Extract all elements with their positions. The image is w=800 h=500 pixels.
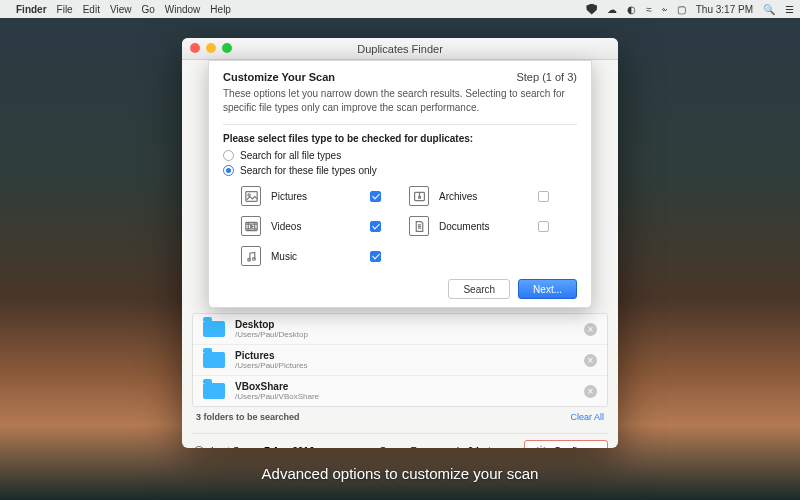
folder-count: 3 folders to be searched <box>196 412 300 422</box>
checkbox[interactable] <box>538 191 549 202</box>
menu-file[interactable]: File <box>57 4 73 15</box>
filetype-music[interactable]: Music <box>241 246 381 266</box>
wifi-icon: ⧜ <box>662 4 667 15</box>
app-window: Duplicates Finder Customize Your Scan St… <box>182 38 618 448</box>
close-icon[interactable] <box>190 43 200 53</box>
step-indicator: Step (1 of 3) <box>516 71 577 83</box>
notification-icon[interactable]: ☰ <box>785 4 794 15</box>
filetype-documents[interactable]: Documents <box>409 216 549 236</box>
folder-icon <box>203 383 225 399</box>
menubar-app[interactable]: Finder <box>16 4 47 15</box>
folder-icon <box>203 352 225 368</box>
checkbox[interactable] <box>370 221 381 232</box>
disk-icon <box>360 445 373 449</box>
svg-point-4 <box>252 257 255 260</box>
folder-path: /Users/Paul/Desktop <box>235 330 308 339</box>
filetype-archives[interactable]: Archives <box>409 186 549 206</box>
configure-button[interactable]: Configure <box>524 440 608 448</box>
next-button[interactable]: Next... <box>518 279 577 299</box>
battery-icon: ▢ <box>677 4 686 15</box>
traffic-lights <box>190 43 232 53</box>
search-button[interactable]: Search <box>448 279 510 299</box>
zoom-icon[interactable] <box>222 43 232 53</box>
filetype-label: Documents <box>439 221 499 232</box>
archives-icon <box>409 186 429 206</box>
menu-window[interactable]: Window <box>165 4 201 15</box>
filetype-prompt: Please select files type to be checked f… <box>223 133 577 144</box>
filetype-label: Music <box>271 251 331 262</box>
window-titlebar[interactable]: Duplicates Finder <box>182 38 618 60</box>
radio-icon <box>223 150 234 161</box>
clock-icon <box>192 445 205 449</box>
documents-icon <box>409 216 429 236</box>
folder-row[interactable]: Desktop /Users/Paul/Desktop × <box>193 314 607 344</box>
folder-path: /Users/Paul/Pictures <box>235 361 307 370</box>
folder-row[interactable]: VBoxShare /Users/Paul/VBoxShare × <box>193 375 607 406</box>
last-scan-label: Last Scan: <box>211 446 258 449</box>
menu-edit[interactable]: Edit <box>83 4 100 15</box>
remove-icon[interactable]: × <box>584 323 597 336</box>
menu-extra-icon: ◐ <box>627 4 636 15</box>
remove-icon[interactable]: × <box>584 354 597 367</box>
menu-view[interactable]: View <box>110 4 132 15</box>
folder-name: Desktop <box>235 319 308 330</box>
macos-menubar: Finder File Edit View Go Window Help ☁ ◐… <box>0 0 800 18</box>
folder-path: /Users/Paul/VBoxShare <box>235 392 319 401</box>
sheet-title: Customize Your Scan <box>223 71 335 83</box>
cloud-icon: ☁ <box>607 4 617 15</box>
filetype-label: Pictures <box>271 191 331 202</box>
pictures-icon <box>241 186 261 206</box>
radio-label: Search for these file types only <box>240 165 377 176</box>
svg-point-6 <box>194 447 203 449</box>
folder-list: Desktop /Users/Paul/Desktop × Pictures /… <box>192 313 608 407</box>
spotlight-icon[interactable]: 🔍 <box>763 4 775 15</box>
marketing-caption: Advanced options to customize your scan <box>0 465 800 482</box>
checkbox[interactable] <box>370 251 381 262</box>
sheet-description: These options let you narrow down the se… <box>223 87 577 114</box>
checkbox[interactable] <box>370 191 381 202</box>
clear-all-link[interactable]: Clear All <box>570 412 604 422</box>
filetype-label: Archives <box>439 191 499 202</box>
remove-icon[interactable]: × <box>584 385 597 398</box>
filetype-pictures[interactable]: Pictures <box>241 186 381 206</box>
folder-name: Pictures <box>235 350 307 361</box>
folder-row[interactable]: Pictures /Users/Paul/Pictures × <box>193 344 607 375</box>
radio-all-filetypes[interactable]: Search for all file types <box>223 150 577 161</box>
status-icon: ≈ <box>646 4 652 15</box>
gear-icon <box>535 445 548 449</box>
shield-icon <box>586 4 597 15</box>
svg-point-3 <box>247 258 250 261</box>
radio-specific-filetypes[interactable]: Search for these file types only <box>223 165 577 176</box>
folder-icon <box>203 321 225 337</box>
clock: Thu 3:17 PM <box>696 4 753 15</box>
last-scan-value: 7 Apr 2016 <box>264 446 314 449</box>
divider <box>223 124 577 125</box>
space-recovered-label: Space Recovered: <box>379 446 461 449</box>
minimize-icon[interactable] <box>206 43 216 53</box>
customize-scan-sheet: Customize Your Scan Step (1 of 3) These … <box>208 60 592 308</box>
filetype-label: Videos <box>271 221 331 232</box>
music-icon <box>241 246 261 266</box>
radio-label: Search for all file types <box>240 150 341 161</box>
folder-name: VBoxShare <box>235 381 319 392</box>
window-title: Duplicates Finder <box>357 43 443 55</box>
menu-go[interactable]: Go <box>141 4 154 15</box>
radio-on-icon <box>223 165 234 176</box>
configure-label: Configure <box>554 446 597 449</box>
checkbox[interactable] <box>538 221 549 232</box>
videos-icon <box>241 216 261 236</box>
space-recovered-value: 0 bytes <box>468 446 502 449</box>
filetype-videos[interactable]: Videos <box>241 216 381 236</box>
menu-help[interactable]: Help <box>210 4 231 15</box>
